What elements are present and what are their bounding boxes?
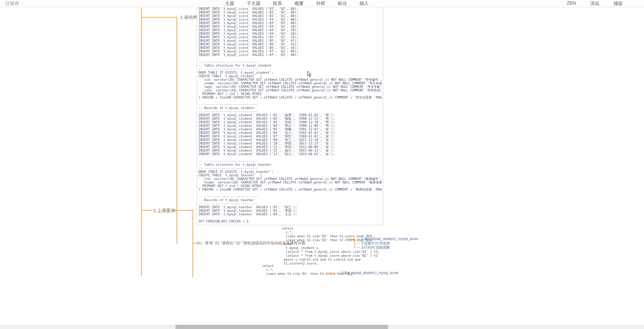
branch-q1-line (192, 243, 196, 244)
branch-2-hline (170, 210, 192, 211)
rnote-4[interactable]: —1.表:t_mysql_student,t_mysql_score (337, 271, 398, 276)
menu-annotate[interactable]: 标注 (338, 0, 347, 7)
branch-q1-conn (275, 243, 281, 244)
horizontal-scrollbar[interactable] (0, 325, 644, 329)
scrollbar-thumb[interactable] (175, 325, 388, 329)
rnote-conn-2 (327, 273, 336, 273)
menu-subtheme[interactable]: 子主题 (247, 0, 261, 7)
topbar: 已保存 主题 子主题 联系 概要 外框 标注 插入 ZEN 演说 捕捉 (0, 0, 644, 7)
menu-summary[interactable]: 概要 (295, 0, 304, 7)
rnote-conn-1 (346, 239, 355, 239)
spine-line (141, 0, 142, 276)
sql-code-box[interactable]: INSERT INTO `t_mysql_score` VALUES ('01'… (197, 0, 383, 225)
branch-1-label[interactable]: 1.表结构 (180, 14, 198, 21)
branch-2-line (142, 210, 152, 211)
rnote-3[interactable]: —3.行转列:流程函数 (357, 245, 390, 250)
sql-code: INSERT INTO `t_mysql_score` VALUES ('01'… (198, 0, 383, 223)
branch-1-line (142, 17, 177, 18)
menu-relation[interactable]: 联系 (273, 0, 282, 7)
present-button[interactable]: 演说 (590, 0, 599, 7)
branch-1-vline (177, 17, 177, 244)
menu-frame[interactable]: 外框 (316, 0, 325, 7)
branch-2-label[interactable]: 2.上课案例 (153, 208, 175, 214)
topbar-center: 主题 子主题 联系 概要 外框 标注 插入 (27, 0, 567, 7)
menu-insert[interactable]: 插入 (359, 0, 369, 7)
zen-button[interactable]: ZEN (567, 0, 576, 7)
branch-2-vline (192, 210, 193, 277)
capture-button[interactable]: 捕捉 (614, 0, 623, 7)
rnote-vline-1 (354, 238, 355, 248)
topbar-right: ZEN 演说 捕捉 (567, 0, 644, 7)
save-status: 已保存 (0, 0, 27, 7)
menu-theme[interactable]: 主题 (225, 0, 234, 7)
mindmap-canvas[interactable]: 1.表结构 INSERT INTO `t_mysql_score` VALUES… (0, 0, 644, 329)
